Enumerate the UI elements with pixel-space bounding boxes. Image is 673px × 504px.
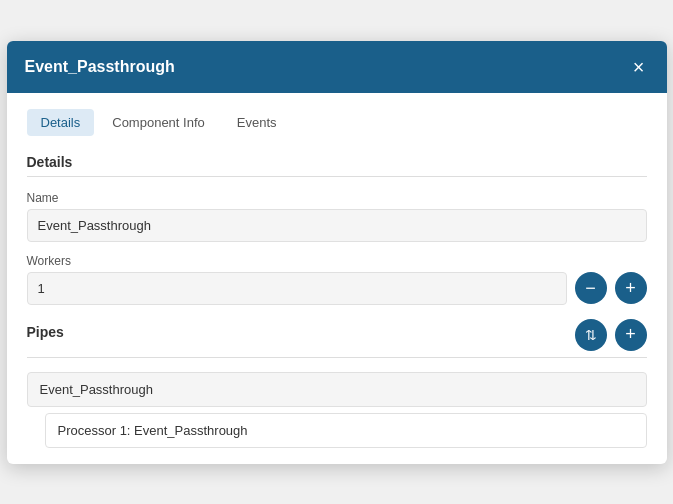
tab-details[interactable]: Details [27, 109, 95, 136]
dialog: Event_Passthrough × Details Component In… [7, 41, 667, 464]
sort-icon: ⇅ [585, 327, 597, 343]
increment-button[interactable]: + [615, 272, 647, 304]
workers-label: Workers [27, 254, 647, 268]
pipes-row: Pipes ⇅ + [27, 319, 647, 351]
dialog-title: Event_Passthrough [25, 58, 175, 76]
tab-events[interactable]: Events [223, 109, 291, 136]
pipes-divider [27, 357, 647, 358]
workers-row: − + [27, 272, 647, 305]
pipe-item: Event_Passthrough [27, 372, 647, 407]
tabs-container: Details Component Info Events [27, 109, 647, 136]
pipes-actions: ⇅ + [575, 319, 647, 351]
add-pipe-button[interactable]: + [615, 319, 647, 351]
add-pipe-icon: + [625, 324, 636, 345]
pipe-sub-item: Processor 1: Event_Passthrough [45, 413, 647, 448]
sort-button[interactable]: ⇅ [575, 319, 607, 351]
dialog-header: Event_Passthrough × [7, 41, 667, 93]
section-divider [27, 176, 647, 177]
dialog-body: Details Component Info Events Details Na… [7, 93, 667, 464]
workers-input[interactable] [27, 272, 567, 305]
pipes-title: Pipes [27, 324, 64, 340]
close-button[interactable]: × [629, 55, 649, 79]
tab-component-info[interactable]: Component Info [98, 109, 219, 136]
name-label: Name [27, 191, 647, 205]
section-title: Details [27, 154, 647, 170]
decrement-button[interactable]: − [575, 272, 607, 304]
name-input[interactable] [27, 209, 647, 242]
